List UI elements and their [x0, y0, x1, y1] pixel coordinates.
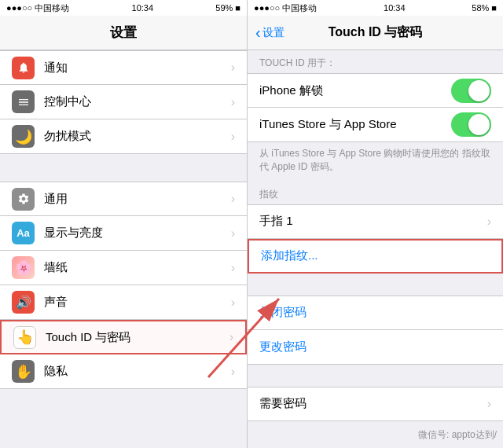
carrier-right: ●●●○○ 中国移动	[254, 2, 317, 14]
add-fingerprint-item[interactable]: 添加指纹...	[248, 239, 503, 274]
settings-group-2: 通用 › Aa 显示与亮度 › 🌸 墙纸 › 🔊 声音 › 👆 Touch	[0, 182, 247, 389]
settings-item-sound[interactable]: 🔊 声音 ›	[0, 285, 247, 320]
status-bar-right: ●●●○○ 中国移动 10:34 58% ■	[248, 0, 503, 16]
left-panel: ●●●○○ 中国移动 10:34 59% ■ 设置 通知 › 控制中心 ›	[0, 0, 248, 448]
right-panel: ●●●○○ 中国移动 10:34 58% ■ ‹ 设置 Touch ID 与密码…	[248, 0, 503, 448]
require-password-label: 需要密码	[259, 396, 487, 411]
general-label: 通用	[44, 192, 227, 207]
back-button[interactable]: ‹ 设置	[255, 24, 285, 42]
change-password-item[interactable]: 更改密码	[248, 330, 503, 365]
sound-icon: 🔊	[12, 291, 35, 314]
watermark: 微信号: appto达到/	[418, 428, 497, 442]
control-center-label: 控制中心	[44, 94, 227, 109]
fingerprint-section-header: 指纹	[248, 182, 503, 204]
general-icon	[12, 188, 35, 211]
touchid-section-header: TOUCH ID 用于：	[248, 50, 503, 73]
general-chevron: ›	[231, 192, 235, 206]
notification-chevron: ›	[231, 61, 235, 75]
require-password-chevron-icon: ›	[487, 397, 491, 411]
back-chevron-icon: ‹	[255, 24, 261, 42]
iphone-unlock-toggle[interactable]	[451, 79, 491, 103]
finger1-item[interactable]: 手指 1 ›	[248, 204, 503, 239]
toggle-knob	[468, 80, 490, 101]
settings-item-touchid[interactable]: 👆 Touch ID 与密码 ›	[0, 320, 247, 354]
itunes-appstore-label: iTunes Store 与 App Store	[259, 117, 451, 132]
status-bar-left: ●●●○○ 中国移动 10:34 59% ■	[0, 0, 247, 16]
display-label: 显示与亮度	[44, 226, 227, 241]
add-fingerprint-label: 添加指纹...	[261, 248, 490, 263]
notification-icon	[12, 57, 35, 79]
settings-title: 设置	[110, 24, 137, 42]
battery-right: 58% ■	[472, 3, 497, 13]
sound-chevron: ›	[231, 296, 235, 310]
itunes-appstore-item[interactable]: iTunes Store 与 App Store	[248, 108, 503, 142]
time-right: 10:34	[384, 3, 406, 13]
toggle-knob-2	[468, 114, 490, 135]
settings-item-notification[interactable]: 通知 ›	[0, 50, 247, 85]
touchid-chevron: ›	[229, 330, 233, 344]
touchid-icon: 👆	[13, 326, 36, 349]
time-left: 10:34	[132, 3, 154, 13]
dnd-icon: 🌙	[12, 125, 35, 148]
page-title: Touch ID 与密码	[329, 24, 423, 41]
dnd-label: 勿扰模式	[44, 129, 227, 144]
control-center-chevron: ›	[231, 95, 235, 109]
settings-item-wallpaper[interactable]: 🌸 墙纸 ›	[0, 251, 247, 285]
iphone-unlock-label: iPhone 解锁	[259, 83, 451, 98]
finger1-label: 手指 1	[259, 214, 487, 229]
settings-item-general[interactable]: 通用 ›	[0, 182, 247, 216]
change-password-label: 更改密码	[259, 340, 491, 354]
privacy-icon: ✋	[12, 360, 35, 383]
right-content: TOUCH ID 用于： iPhone 解锁 iTunes Store 与 Ap…	[248, 50, 503, 448]
wallpaper-chevron: ›	[231, 261, 235, 275]
control-center-icon	[12, 90, 35, 113]
dnd-chevron: ›	[231, 130, 235, 144]
battery-left: 59% ■	[215, 3, 240, 13]
carrier-left: ●●●○○ 中国移动	[6, 2, 69, 14]
finger1-chevron-icon: ›	[487, 215, 491, 229]
settings-item-display[interactable]: Aa 显示与亮度 ›	[0, 216, 247, 251]
settings-item-privacy[interactable]: ✋ 隐私 ›	[0, 354, 247, 389]
separator-1	[0, 154, 247, 182]
wallpaper-icon: 🌸	[12, 256, 35, 279]
itunes-appstore-toggle[interactable]	[451, 112, 491, 137]
require-password-item[interactable]: 需要密码 ›	[248, 387, 503, 421]
turn-off-password-item[interactable]: 关闭密码	[248, 296, 503, 330]
separator-right-2	[248, 365, 503, 387]
settings-list: 通知 › 控制中心 › 🌙 勿扰模式 ›	[0, 50, 247, 448]
iphone-unlock-item[interactable]: iPhone 解锁	[248, 73, 503, 108]
privacy-chevron: ›	[231, 365, 235, 379]
separator-right-1	[248, 274, 503, 296]
watermark-text: 微信号: appto达到/	[418, 429, 497, 440]
itunes-description: 从 iTunes Store 与 App Store 购物时请使用您的 指纹取代…	[248, 142, 503, 182]
back-label: 设置	[263, 26, 285, 40]
nav-bar-right: ‹ 设置 Touch ID 与密码	[248, 16, 503, 50]
privacy-label: 隐私	[44, 364, 227, 379]
display-chevron: ›	[231, 226, 235, 241]
wallpaper-label: 墙纸	[44, 260, 227, 275]
notification-label: 通知	[44, 61, 227, 75]
settings-group-1: 通知 › 控制中心 › 🌙 勿扰模式 ›	[0, 50, 247, 154]
display-icon: Aa	[12, 222, 35, 244]
nav-bar-left: 设置	[0, 16, 247, 50]
settings-item-dnd[interactable]: 🌙 勿扰模式 ›	[0, 119, 247, 154]
sound-label: 声音	[44, 295, 227, 310]
description-text: 从 iTunes Store 与 App Store 购物时请使用您的 指纹取代…	[259, 148, 490, 172]
touchid-label: Touch ID 与密码	[46, 330, 226, 345]
settings-item-control-center[interactable]: 控制中心 ›	[0, 85, 247, 119]
turn-off-password-label: 关闭密码	[259, 305, 491, 320]
